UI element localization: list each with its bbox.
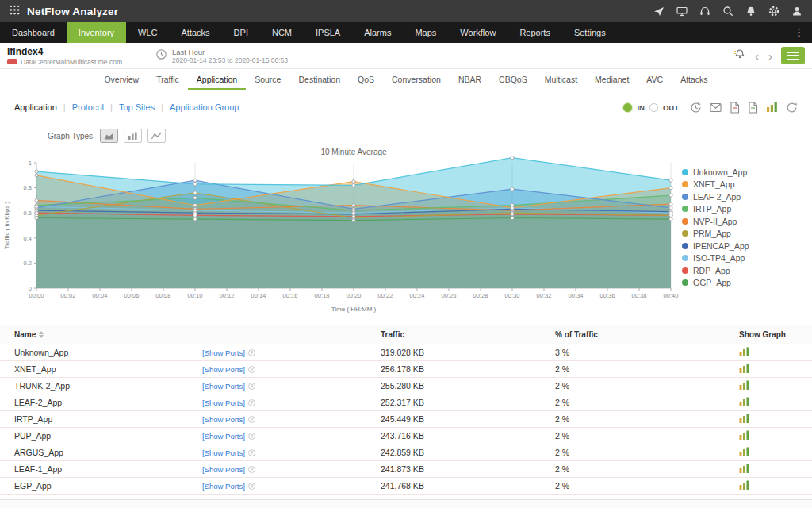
help-icon[interactable]: ? [248, 466, 255, 473]
time-range-selector[interactable]: Last Hour 2020-01-14 23:53 to 2020-01-15… [155, 48, 288, 64]
show-ports-link[interactable]: [Show Ports] [202, 365, 245, 374]
area-chart-type-button[interactable] [100, 129, 118, 143]
chevron-right-icon[interactable]: › [768, 50, 773, 62]
tab-medianet[interactable]: Medianet [586, 69, 638, 90]
show-graph-button[interactable] [739, 430, 812, 441]
column-header-name[interactable]: Name [14, 330, 36, 339]
pdf-export-icon[interactable] [730, 102, 740, 114]
user-icon[interactable] [791, 6, 802, 17]
tab-avc[interactable]: AVC [638, 69, 672, 90]
csv-export-icon[interactable] [748, 102, 758, 114]
show-ports-link[interactable]: [Show Ports] [202, 448, 245, 457]
legend-item[interactable]: ISO-TP4_App [682, 254, 809, 263]
show-graph-button[interactable] [739, 347, 812, 358]
tab-destination[interactable]: Destination [289, 69, 349, 90]
chevron-left-icon[interactable]: ‹ [754, 50, 760, 62]
show-ports-link[interactable]: [Show Ports] [202, 415, 245, 424]
legend-item[interactable]: IRTP_App [682, 205, 809, 214]
headset-icon[interactable] [699, 6, 710, 17]
hamburger-menu-button[interactable] [781, 47, 805, 64]
line-chart-type-button[interactable] [147, 129, 166, 143]
screen-share-icon[interactable] [676, 6, 688, 17]
traffic-area-chart: 00.20.40.60.8100:0000:0200:0400:0600:080… [0, 156, 812, 318]
show-ports-link[interactable]: [Show Ports] [202, 382, 245, 391]
help-icon[interactable]: ? [248, 349, 255, 356]
show-ports-link[interactable]: [Show Ports] [202, 398, 245, 407]
show-ports-link[interactable]: [Show Ports] [202, 465, 245, 474]
legend-item[interactable]: XNET_App [682, 180, 809, 189]
show-graph-button[interactable] [739, 364, 812, 375]
tab-multicast[interactable]: Multicast [536, 69, 586, 90]
tab-cbqos[interactable]: CBQoS [490, 69, 536, 90]
tab-qos[interactable]: QoS [349, 69, 383, 90]
help-icon[interactable]: ? [248, 399, 255, 406]
column-header-traffic[interactable]: Traffic [381, 330, 555, 339]
help-icon[interactable]: ? [248, 449, 255, 456]
nav-item-workflow[interactable]: Workflow [448, 22, 508, 43]
legend-item[interactable]: Unknown_App [682, 167, 809, 176]
tab-source[interactable]: Source [246, 69, 289, 90]
legend-item[interactable]: RDP_App [682, 266, 809, 275]
subnav-link-top-sites[interactable]: Top Sites [119, 102, 155, 112]
chart-export-icon[interactable] [766, 102, 778, 113]
help-icon[interactable]: ? [248, 433, 255, 440]
gear-icon[interactable] [768, 6, 779, 17]
traffic-percent: 2 % [555, 464, 739, 474]
show-ports-link[interactable]: [Show Ports] [202, 482, 245, 491]
legend-item[interactable]: LEAF-2_App [682, 192, 809, 201]
legend-item[interactable]: GGP_App [682, 279, 809, 287]
tab-traffic[interactable]: Traffic [147, 69, 188, 90]
show-graph-button[interactable] [739, 380, 812, 391]
nav-item-settings[interactable]: Settings [562, 22, 618, 43]
help-icon[interactable]: ? [248, 383, 255, 390]
column-header-percent[interactable]: % of Traffic [555, 330, 739, 339]
email-icon[interactable] [710, 102, 722, 113]
in-radio-selected[interactable] [623, 103, 632, 112]
legend-item[interactable]: IPENCAP_App [682, 241, 809, 250]
legend-item[interactable]: PRM_App [682, 229, 809, 238]
refresh-icon[interactable] [786, 102, 798, 114]
subnav-link-application-group[interactable]: Application Group [170, 102, 239, 112]
out-radio[interactable] [649, 103, 658, 112]
nav-item-dpi[interactable]: DPI [222, 22, 260, 43]
nav-item-attacks[interactable]: Attacks [170, 22, 222, 43]
apps-grid-icon[interactable] [10, 4, 20, 18]
show-graph-button[interactable] [739, 447, 812, 458]
nav-item-ncm[interactable]: NCM [260, 22, 304, 43]
tab-overview[interactable]: Overview [95, 69, 147, 90]
send-icon[interactable] [653, 6, 665, 17]
nav-item-dashboard[interactable]: Dashboard [0, 22, 67, 43]
help-icon[interactable]: ? [248, 483, 255, 490]
nav-item-wlc[interactable]: WLC [126, 22, 169, 43]
table-header-row: Name Traffic % of Traffic Show Graph [0, 325, 812, 344]
nav-item-ipsla[interactable]: IPSLA [304, 22, 352, 43]
alarm-bell-icon[interactable] [733, 48, 746, 64]
tab-attacks[interactable]: Attacks [672, 69, 716, 90]
bell-icon[interactable] [745, 6, 756, 17]
show-graph-button[interactable] [739, 464, 812, 475]
sort-icon[interactable] [39, 331, 44, 338]
show-graph-button[interactable] [739, 414, 812, 425]
chart-canvas[interactable]: 00.20.40.60.8100:0000:0200:0400:0600:080… [0, 156, 682, 315]
show-ports-link[interactable]: [Show Ports] [202, 432, 245, 441]
tab-nbar[interactable]: NBAR [450, 69, 490, 90]
subnav-link-application[interactable]: Application [14, 102, 57, 112]
tab-application[interactable]: Application [188, 69, 246, 90]
search-icon[interactable] [722, 6, 733, 17]
help-icon[interactable]: ? [248, 416, 255, 423]
show-graph-button[interactable] [739, 480, 812, 491]
show-graph-button[interactable] [739, 397, 812, 408]
nav-item-inventory[interactable]: Inventory [67, 22, 126, 43]
nav-item-maps[interactable]: Maps [403, 22, 448, 43]
history-icon[interactable] [690, 102, 702, 114]
bar-chart-type-button[interactable] [124, 129, 142, 143]
show-ports-link[interactable]: [Show Ports] [202, 348, 245, 357]
nav-item-reports[interactable]: Reports [508, 22, 562, 43]
help-icon[interactable]: ? [248, 366, 255, 373]
tab-conversation[interactable]: Conversation [383, 69, 450, 90]
nav-item-alarms[interactable]: Alarms [352, 22, 403, 43]
subnav-link-protocol[interactable]: Protocol [72, 102, 104, 112]
legend-item[interactable]: NVP-II_App [682, 217, 809, 225]
in-label: IN [637, 103, 645, 112]
nav-overflow-menu-icon[interactable]: ⋮ [786, 22, 812, 43]
